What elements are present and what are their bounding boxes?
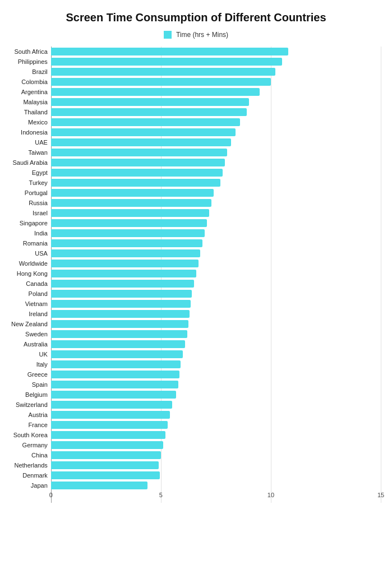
bar-row bbox=[51, 158, 381, 168]
bar-row bbox=[51, 127, 381, 137]
bar bbox=[51, 128, 236, 136]
y-label: Malaysia bbox=[23, 97, 47, 107]
y-label: Spain bbox=[32, 379, 48, 390]
bar bbox=[51, 108, 247, 116]
bar bbox=[51, 482, 148, 489]
y-label: Russia bbox=[29, 198, 48, 208]
bar-row bbox=[51, 470, 381, 480]
chart-legend: Time (hrs + Mins) bbox=[11, 31, 381, 39]
bar bbox=[51, 260, 199, 267]
bar-row bbox=[51, 369, 381, 379]
bar-row bbox=[51, 117, 381, 127]
bar bbox=[51, 239, 203, 247]
y-label: UAE bbox=[35, 137, 48, 147]
y-label: Worldwide bbox=[19, 258, 48, 269]
bar-row bbox=[51, 339, 381, 349]
y-axis-labels: South AfricaPhilippinesBrazilColombiaArg… bbox=[11, 47, 51, 503]
bar bbox=[51, 310, 190, 318]
y-label: Mexico bbox=[28, 117, 48, 127]
bar bbox=[51, 300, 191, 308]
y-label: Austria bbox=[29, 410, 48, 420]
bar-row bbox=[51, 390, 381, 400]
bar bbox=[51, 290, 192, 298]
bar-row bbox=[51, 188, 381, 198]
bar-row bbox=[51, 359, 381, 369]
y-label: Portugal bbox=[25, 188, 48, 198]
bar bbox=[51, 330, 187, 338]
bar-row bbox=[51, 228, 381, 238]
y-label: Brazil bbox=[32, 67, 48, 77]
bar-row bbox=[51, 269, 381, 279]
y-label: Saudi Arabia bbox=[12, 158, 47, 168]
bar bbox=[51, 159, 225, 166]
bar-row bbox=[51, 97, 381, 107]
bar-row bbox=[51, 147, 381, 158]
y-label: Poland bbox=[29, 289, 48, 299]
y-label: Australia bbox=[24, 339, 48, 349]
y-label: Thailand bbox=[24, 107, 48, 117]
bar-row bbox=[51, 57, 381, 67]
bar-row bbox=[51, 137, 381, 147]
bar bbox=[51, 249, 201, 257]
bar-row bbox=[51, 400, 381, 410]
x-tick-label: 15 bbox=[377, 492, 384, 498]
y-label: China bbox=[31, 450, 48, 460]
y-label: Hong Kong bbox=[17, 269, 48, 279]
bar bbox=[51, 209, 209, 217]
bar-row bbox=[51, 208, 381, 218]
bar bbox=[51, 391, 177, 399]
y-label: South Africa bbox=[15, 47, 48, 57]
bar-row bbox=[51, 450, 381, 460]
bar bbox=[51, 401, 172, 409]
bar bbox=[51, 350, 183, 358]
y-label: Japan bbox=[31, 480, 48, 490]
bar-row bbox=[51, 430, 381, 440]
y-label: UK bbox=[39, 349, 48, 359]
bar bbox=[51, 169, 223, 177]
y-label: Colombia bbox=[21, 77, 47, 87]
bar bbox=[51, 219, 207, 227]
bar bbox=[51, 451, 161, 459]
bar-row bbox=[51, 168, 381, 178]
bar-row bbox=[51, 238, 381, 248]
bar bbox=[51, 371, 179, 378]
bar bbox=[51, 461, 159, 469]
bar-row bbox=[51, 329, 381, 339]
bar-row bbox=[51, 410, 381, 420]
y-label: Netherlands bbox=[15, 460, 48, 470]
bar-row bbox=[51, 309, 381, 319]
bar-row bbox=[51, 440, 381, 450]
bar bbox=[51, 118, 240, 126]
y-label: India bbox=[34, 228, 48, 238]
bar-row bbox=[51, 77, 381, 87]
x-tick-label: 5 bbox=[159, 492, 163, 498]
y-label: Germany bbox=[22, 440, 48, 450]
x-axis: 051015 bbox=[51, 492, 381, 503]
bar-row bbox=[51, 47, 381, 57]
x-tick-label: 10 bbox=[268, 492, 274, 498]
bar bbox=[51, 179, 220, 187]
bar bbox=[51, 229, 205, 237]
bar-row bbox=[51, 248, 381, 258]
chart-container: Screen Time Consumption of Different Cou… bbox=[11, 11, 381, 503]
bar-row bbox=[51, 299, 381, 309]
bar-row bbox=[51, 198, 381, 208]
bar bbox=[51, 270, 196, 277]
bar-row bbox=[51, 218, 381, 228]
y-label: Sweden bbox=[25, 329, 48, 339]
chart-area: South AfricaPhilippinesBrazilColombiaArg… bbox=[11, 47, 381, 503]
y-label: Greece bbox=[27, 369, 48, 379]
y-label: Vietnam bbox=[25, 299, 48, 309]
bar bbox=[51, 431, 165, 439]
bar bbox=[51, 320, 188, 328]
bar bbox=[51, 58, 282, 66]
bar-row bbox=[51, 107, 381, 117]
chart-title: Screen Time Consumption of Different Cou… bbox=[11, 11, 381, 24]
y-label: USA bbox=[35, 248, 48, 258]
bar-row bbox=[51, 178, 381, 188]
y-label: Indonesia bbox=[21, 127, 48, 137]
bar bbox=[51, 411, 170, 419]
bar-row bbox=[51, 279, 381, 289]
y-label: New Zealand bbox=[11, 319, 48, 329]
bar-row bbox=[51, 319, 381, 329]
